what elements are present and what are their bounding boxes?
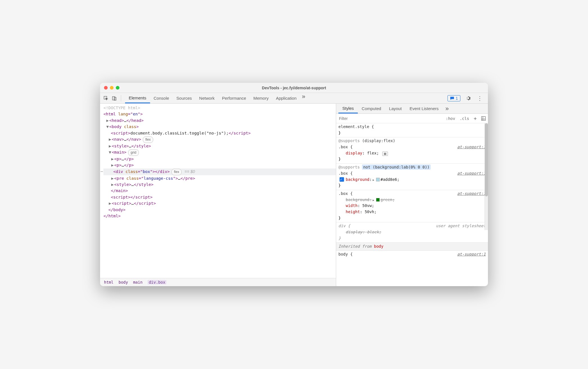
new-rule-icon[interactable]: + — [471, 115, 479, 121]
titlebar: DevTools - jec.fyi/demo/at-support — [100, 83, 488, 93]
source-link[interactable]: at-support:1 — [457, 251, 486, 258]
svg-rect-1 — [112, 97, 115, 100]
gear-icon[interactable] — [464, 94, 472, 102]
dom-body-open[interactable]: ▼<body class> — [103, 124, 336, 130]
prop-display[interactable]: display: flex; — [338, 150, 486, 156]
prop-background[interactable]: background:▶#add8e6; — [338, 177, 486, 183]
subtab-eventlisteners[interactable]: Event Listeners — [406, 104, 442, 113]
dom-script2[interactable]: <script></script> — [103, 194, 336, 200]
rule-element-style[interactable]: element.style { } — [336, 123, 488, 137]
dom-html-close[interactable]: </html> — [103, 213, 336, 219]
subtab-computed[interactable]: Computed — [358, 104, 385, 113]
filter-input[interactable] — [336, 116, 444, 121]
expand-icon[interactable]: ▶ — [373, 178, 374, 182]
chat-icon — [450, 96, 454, 100]
source-link[interactable]: at-support:1 — [457, 191, 486, 197]
color-swatch[interactable] — [376, 178, 380, 181]
dom-tree[interactable]: <!DOCTYPE html> <html lang="en"> ▶<head>… — [100, 104, 336, 278]
traffic-lights — [104, 86, 119, 90]
tab-performance[interactable]: Performance — [218, 93, 250, 103]
dom-script3[interactable]: ▶<script>…</script> — [103, 200, 336, 206]
more-tabs-icon[interactable]: » — [300, 93, 307, 103]
flex-badge[interactable]: flex — [171, 169, 182, 175]
dom-nav[interactable]: ▶<nav>…</nav>flex — [103, 136, 336, 143]
tab-memory[interactable]: Memory — [250, 93, 272, 103]
dom-html-open[interactable]: <html lang="en"> — [103, 111, 336, 117]
close-icon[interactable] — [104, 86, 108, 90]
ua-stylesheet-label: user agent stylesheet — [436, 223, 486, 229]
elements-panel: <!DOCTYPE html> <html lang="en"> ▶<head>… — [100, 104, 336, 286]
prop-width[interactable]: width: 50vw; — [338, 203, 486, 209]
eq0-indicator: == $0 — [184, 169, 195, 174]
tab-elements[interactable]: Elements — [125, 93, 150, 103]
subtab-layout[interactable]: Layout — [385, 104, 406, 113]
close-brace: } — [338, 130, 486, 136]
expand-icon[interactable]: ▶ — [373, 198, 374, 202]
tab-application[interactable]: Application — [272, 93, 300, 103]
dom-head[interactable]: ▶<head>…</head> — [103, 117, 336, 124]
styles-rules[interactable]: element.style { } @supports (display:fle… — [336, 123, 488, 286]
zoom-icon[interactable] — [116, 86, 119, 90]
rule-ua-div[interactable]: div {user agent stylesheet display: bloc… — [336, 222, 488, 243]
crumb-main[interactable]: main — [133, 280, 143, 284]
dom-p1[interactable]: ▶<p>…</p> — [103, 156, 336, 162]
subtab-styles[interactable]: Styles — [338, 104, 358, 113]
dom-style2[interactable]: ▶<style>…</style> — [103, 181, 336, 188]
styles-panel: Styles Computed Layout Event Listeners »… — [336, 104, 488, 286]
scrollbar[interactable] — [485, 123, 488, 230]
inspect-icon[interactable] — [102, 94, 110, 102]
issues-badge[interactable]: 1 — [447, 95, 460, 101]
crumb-body[interactable]: body — [119, 280, 128, 284]
crumb-html[interactable]: html — [104, 280, 114, 284]
minimize-icon[interactable] — [110, 86, 114, 90]
sidebar-tabs: Styles Computed Layout Event Listeners » — [336, 104, 488, 114]
devtools-window: DevTools - jec.fyi/demo/at-support Eleme… — [100, 83, 488, 286]
dom-pre[interactable]: ▶<pre class="language-css">…</pre> — [103, 175, 336, 181]
svg-rect-3 — [481, 117, 485, 120]
rule-body[interactable]: body {at-support:1 — [336, 251, 488, 259]
crumb-divbox[interactable]: div.box — [148, 280, 166, 284]
main-toolbar: Elements Console Sources Network Perform… — [100, 93, 488, 104]
dom-selected-div[interactable]: <div class="box"></div>flex== $0 — [103, 168, 336, 175]
main-tabs: Elements Console Sources Network Perform… — [125, 93, 447, 103]
selector: element.style { — [338, 124, 486, 130]
prop-height[interactable]: height: 50vh; — [338, 209, 486, 215]
dom-body-close[interactable]: </body> — [103, 207, 336, 213]
rule-box[interactable]: .box {at-support:1 background:▶green; wi… — [336, 190, 488, 222]
separator — [121, 95, 121, 101]
source-link[interactable]: at-support:1 — [457, 170, 486, 177]
dom-doctype: <!DOCTYPE html> — [103, 105, 336, 111]
hov-toggle[interactable]: :hov — [444, 116, 458, 121]
tab-console[interactable]: Console — [150, 93, 173, 103]
tab-sources[interactable]: Sources — [173, 93, 196, 103]
computed-toggle-icon[interactable] — [479, 116, 488, 121]
dom-style1[interactable]: ▶<style>…</style> — [103, 143, 336, 149]
kebab-icon[interactable]: ⋮ — [476, 94, 484, 102]
dom-p2[interactable]: ▶<p>…</p> — [103, 162, 336, 168]
more-subtabs-icon[interactable]: » — [443, 105, 452, 112]
main-split: <!DOCTYPE html> <html lang="en"> ▶<head>… — [100, 104, 488, 286]
inherited-separator: Inherited from body — [336, 243, 488, 251]
scrollbar-thumb[interactable] — [485, 123, 488, 196]
device-toggle-icon[interactable] — [110, 94, 119, 102]
prop-background-over[interactable]: background:▶green; — [338, 197, 486, 203]
filter-row: :hov .cls + — [336, 114, 488, 123]
window-title: DevTools - jec.fyi/demo/at-support — [100, 86, 488, 90]
tab-network[interactable]: Network — [196, 93, 218, 103]
source-link[interactable]: at-support:1 — [457, 144, 486, 150]
flexbox-editor-icon[interactable] — [382, 152, 388, 156]
flex-badge[interactable]: flex — [143, 136, 153, 143]
checkbox-icon[interactable] — [340, 177, 344, 182]
issues-count: 1 — [456, 96, 458, 101]
cls-toggle[interactable]: .cls — [457, 116, 471, 121]
rule-supports-not-lab[interactable]: @supports not (background:lab(0% 0 0)) .… — [336, 164, 488, 190]
grid-badge[interactable]: grid — [128, 149, 139, 156]
breadcrumb: html body main div.box — [100, 278, 336, 286]
rule-supports-flex[interactable]: @supports (display:flex) .box {at-suppor… — [336, 137, 488, 164]
prop-display-block[interactable]: display: block; — [338, 229, 486, 235]
dom-script-inline[interactable]: <script>document.body.classList.toggle("… — [103, 130, 336, 136]
dom-main-close[interactable]: </main> — [103, 188, 336, 194]
toolbar-right: 1 ⋮ — [447, 94, 486, 102]
dom-main-open[interactable]: ▼<main>grid — [103, 149, 336, 156]
color-swatch[interactable] — [376, 198, 380, 202]
